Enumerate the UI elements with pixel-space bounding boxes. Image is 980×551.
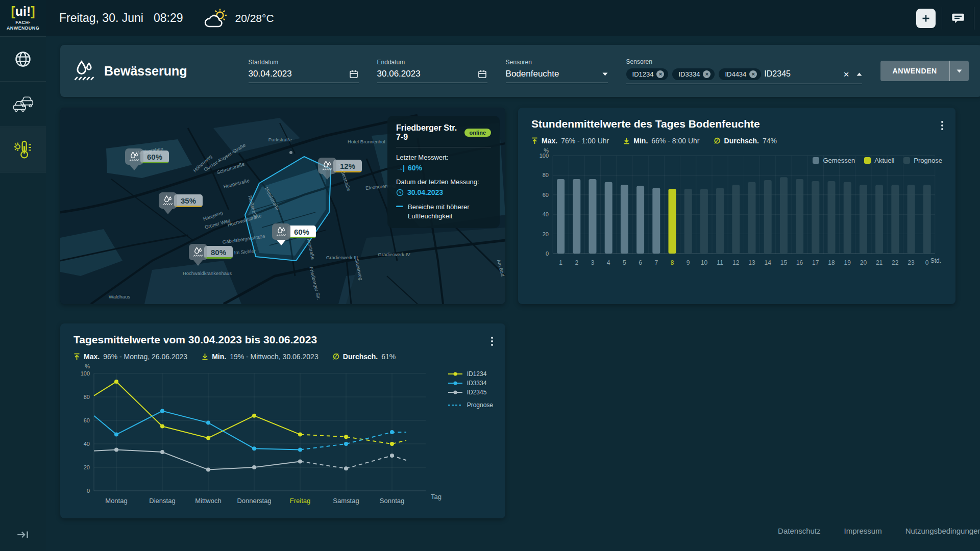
- chip-remove-icon[interactable]: ×: [656, 70, 664, 78]
- legend-item-id2345: ID2345: [448, 389, 493, 396]
- add-button[interactable]: [910, 0, 942, 36]
- sensor-ids-field[interactable]: Sensoren ID1234×ID3334×ID4434× ID2345 ×: [626, 58, 862, 84]
- line-forecast-ID2345: [300, 456, 406, 468]
- sensor-chip-label: ID3334: [678, 70, 700, 78]
- max-arrow-icon: [74, 353, 80, 360]
- svg-text:20: 20: [543, 231, 549, 237]
- stat-label: Min.: [633, 137, 648, 145]
- svg-text:19: 19: [844, 259, 851, 266]
- topbar-temperature: 20/28°C: [235, 12, 274, 24]
- sensor-type-value[interactable]: Bodenfeuchte: [506, 69, 559, 79]
- end-date-label: Enddatum: [377, 59, 487, 66]
- bar-hour-11: [716, 188, 724, 254]
- svg-text:Donnerstag: Donnerstag: [237, 497, 271, 505]
- calendar-icon[interactable]: [477, 69, 487, 79]
- brand-name: ui!: [15, 4, 31, 18]
- svg-text:Sonntag: Sonntag: [380, 497, 404, 505]
- svg-text:0: 0: [546, 251, 549, 257]
- chip-remove-icon[interactable]: ×: [703, 70, 710, 78]
- kebab-menu-icon[interactable]: [489, 335, 495, 348]
- footer-link-impressum[interactable]: Impressum: [844, 527, 882, 535]
- notifications-button[interactable]: 1: [974, 0, 980, 36]
- map-marker-3[interactable]: 35%: [159, 192, 177, 209]
- kebab-menu-icon[interactable]: [939, 119, 945, 132]
- sensor-type-field[interactable]: Sensoren Bodenfeuchte: [506, 59, 608, 83]
- sensor-chip[interactable]: ID3334×: [672, 68, 715, 80]
- sensor-chip[interactable]: ID1234×: [626, 68, 669, 80]
- chevron-down-icon[interactable]: [602, 72, 608, 76]
- svg-text:1: 1: [559, 259, 562, 266]
- footer-link-datenschutz[interactable]: Datenschutz: [778, 527, 820, 535]
- svg-text:23: 23: [908, 259, 915, 266]
- svg-text:60: 60: [84, 417, 90, 423]
- tooltip-title: Friedberger Str. 7-9: [396, 123, 460, 142]
- brand-bracket-open: [: [11, 4, 15, 18]
- map-marker-4[interactable]: 60%: [272, 223, 290, 240]
- daily-chart-title: Tagesmittelwerte vom 30.04.2023 bis 30.0…: [74, 334, 492, 346]
- sidebar-item-irrigation[interactable]: [0, 127, 46, 172]
- chevron-up-icon[interactable]: [856, 72, 862, 76]
- sidebar-item-traffic[interactable]: [0, 82, 46, 127]
- stat-value: 19% - Mittwoch, 30.06.2023: [230, 353, 318, 361]
- irrigation-icon: [163, 195, 173, 206]
- svg-text:3: 3: [591, 259, 595, 266]
- stat-durchsch: ∅Durchsch.74%: [714, 136, 777, 145]
- map-panel[interactable]: WolfsgrabenParkstraßeHotel BrunnenhofHöh…: [60, 108, 505, 304]
- start-date-field[interactable]: Startdatum 30.04.2023: [249, 59, 359, 83]
- sensor-ids-label: Sensoren: [626, 58, 862, 65]
- svg-text:20: 20: [860, 259, 867, 266]
- stat-label: Max.: [542, 137, 557, 145]
- hourly-stats: Max.76% - 1:00 UhrMin.66% - 8:00 Uhr∅Dur…: [531, 136, 942, 145]
- street-label: Waldhaus: [109, 294, 130, 299]
- marker-pin: [159, 192, 177, 209]
- stat-max: Max.76% - 1:00 Uhr: [531, 137, 609, 145]
- filter-bar: Bewässerung Startdatum 30.04.2023 Enddat…: [60, 45, 980, 97]
- last-value-label: Letzter Messwert:: [396, 154, 491, 161]
- stat-value: 61%: [381, 353, 396, 361]
- legend-label: ID1234: [467, 370, 487, 378]
- brand-bracket-close: ]: [31, 4, 35, 18]
- main-content: Bewässerung Startdatum 30.04.2023 Enddat…: [46, 36, 980, 551]
- legend-swatch: [864, 157, 871, 164]
- map-marker-1[interactable]: 60%: [125, 148, 143, 165]
- sidebar-expand-button[interactable]: [0, 518, 46, 551]
- messages-button[interactable]: [942, 0, 974, 36]
- marker-value-label: 60%: [287, 226, 316, 238]
- clock-icon: [396, 189, 404, 196]
- map-marker-5[interactable]: 80%: [189, 244, 207, 260]
- apply-dropdown-button[interactable]: [949, 61, 969, 81]
- svg-text:40: 40: [84, 441, 90, 447]
- hourly-bar-chart: 020406080100%123456789101112131415161718…: [531, 148, 942, 273]
- end-date-field[interactable]: Enddatum 30.06.2023: [377, 59, 487, 83]
- marker-status-bar: [287, 237, 316, 238]
- bar-hour-14: [764, 180, 772, 254]
- min-arrow-icon: [623, 137, 630, 144]
- svg-text:80: 80: [84, 394, 90, 400]
- calendar-icon[interactable]: [349, 69, 359, 79]
- svg-text:20: 20: [84, 464, 90, 470]
- marker-pin: [318, 158, 336, 174]
- sidebar: [0, 36, 46, 551]
- footer-link-nutzungsbedingungen[interactable]: Nutzungsbedingungen: [905, 527, 980, 535]
- stat-label: Durchsch.: [343, 353, 378, 361]
- chip-remove-icon[interactable]: ×: [749, 70, 757, 78]
- bar-hour-5: [621, 185, 628, 254]
- sidebar-item-globe[interactable]: [0, 36, 46, 82]
- svg-text:11: 11: [717, 259, 723, 266]
- start-date-value[interactable]: 30.04.2023: [249, 69, 292, 79]
- apply-button[interactable]: ANWENDEN: [880, 61, 949, 81]
- marker-pin: [189, 244, 207, 260]
- svg-text:6: 6: [639, 259, 642, 266]
- hourly-chart-panel: Stundenmittelwerte des Tages Bodenfeucht…: [518, 108, 955, 304]
- map-marker-2[interactable]: 12%: [318, 158, 336, 174]
- svg-text:10: 10: [701, 259, 708, 266]
- clear-icon[interactable]: ×: [843, 69, 849, 79]
- daily-line-chart: 020406080100%MontagDienstagMittwochDonne…: [74, 362, 492, 507]
- svg-text:60: 60: [543, 192, 549, 198]
- sensor-id-input[interactable]: ID2345: [764, 69, 791, 79]
- sensor-chip[interactable]: ID4434×: [719, 68, 761, 80]
- svg-text:Mittwoch: Mittwoch: [195, 497, 221, 505]
- end-date-value[interactable]: 30.06.2023: [377, 69, 421, 79]
- bar-hour-7: [652, 188, 660, 254]
- line-forecast-ID3334: [300, 432, 406, 450]
